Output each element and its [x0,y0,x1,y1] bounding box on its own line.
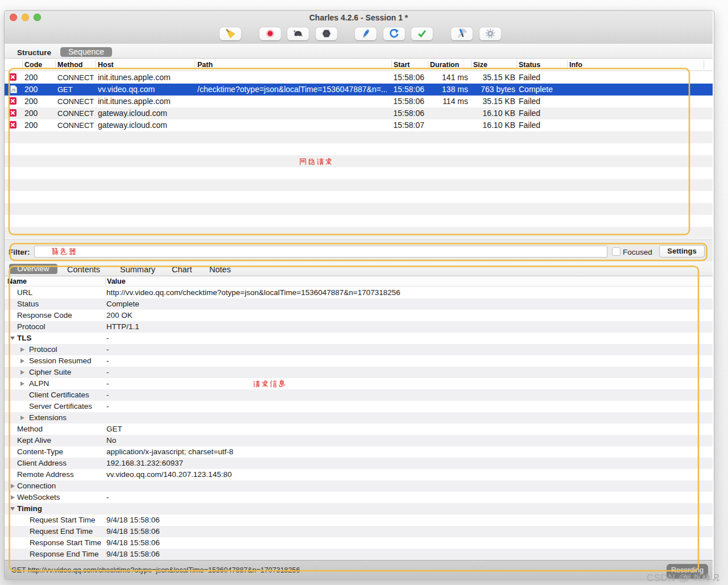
svg-text:JS: JS [11,88,16,92]
